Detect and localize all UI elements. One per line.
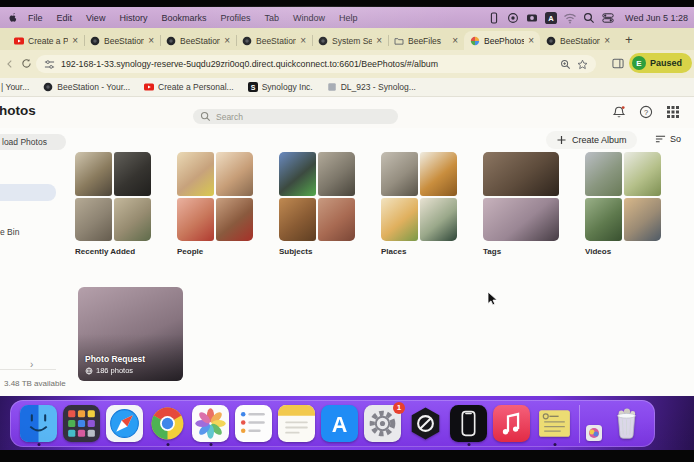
address-bar[interactable]: 192-168-1-33.synology-reserve-5uqdu29zri… — [36, 55, 596, 73]
tab-label: Create a P — [28, 36, 68, 46]
dock-settings[interactable]: 1 — [364, 405, 401, 442]
menu-item-help[interactable]: Help — [332, 13, 365, 23]
browser-tab-beestation[interactable]: BeeStation× — [84, 31, 160, 50]
browser-tab-beestation[interactable]: BeeStation× — [236, 31, 312, 50]
bookmark-n-your-[interactable]: n | Your... — [0, 82, 29, 92]
album-photo-tile — [279, 152, 316, 196]
dock-chrome[interactable] — [149, 405, 186, 442]
menu-item-bookmarks[interactable]: Bookmarks — [154, 13, 213, 23]
sidebar-collapse-icon[interactable]: › — [30, 359, 33, 370]
screen: FileEditViewHistoryBookmarksProfilesTabW… — [0, 0, 694, 462]
album-subjects[interactable]: Subjects — [279, 152, 355, 256]
album-photo-tile — [75, 152, 112, 196]
tab-close-icon[interactable]: × — [376, 36, 382, 46]
tab-close-icon[interactable]: × — [300, 36, 306, 46]
url-text: 192-168-1-33.synology-reserve-5uqdu29zri… — [61, 59, 554, 69]
dock-reminders[interactable] — [235, 405, 272, 442]
tab-close-icon[interactable]: × — [148, 36, 154, 46]
menu-item-view[interactable]: View — [79, 13, 112, 23]
dock-music[interactable] — [493, 405, 530, 442]
browser-tab-create-a-p[interactable]: Create a P× — [8, 31, 84, 50]
tab-close-icon[interactable]: × — [604, 36, 610, 46]
spotlight-icon[interactable] — [582, 12, 596, 24]
browser-tab-beefiles[interactable]: BeeFiles× — [388, 31, 464, 50]
menu-item-history[interactable]: History — [112, 13, 154, 23]
apps-grid-icon[interactable] — [666, 105, 680, 119]
sort-button[interactable]: So — [655, 134, 681, 144]
upload-photos-button[interactable]: load Photos — [0, 134, 66, 150]
album-label: Subjects — [279, 247, 355, 256]
notifications-bell-icon[interactable] — [612, 105, 626, 119]
photo-request-text: Photo Request 186 photos — [85, 354, 145, 375]
dock-iphone-mirroring[interactable] — [450, 405, 487, 442]
browser-tab-beephotos[interactable]: BeePhotos× — [464, 31, 540, 50]
album-people[interactable]: People — [177, 152, 253, 256]
browser-tab-beestation[interactable]: BeeStation× — [540, 31, 616, 50]
tab-close-icon[interactable]: × — [452, 36, 458, 46]
album-tags[interactable]: Tags — [483, 152, 559, 256]
profile-paused-button[interactable]: E Paused — [629, 53, 692, 73]
album-photo-tile — [216, 198, 253, 242]
tab-close-icon[interactable]: × — [72, 36, 78, 46]
beestation-icon — [43, 82, 53, 92]
dock-launchpad[interactable] — [63, 405, 100, 442]
menu-item-edit[interactable]: Edit — [50, 13, 80, 23]
dock-minimized-window[interactable] — [586, 425, 602, 441]
dock-safari[interactable] — [106, 405, 143, 442]
apple-menu-icon[interactable] — [7, 12, 18, 23]
a-badge-icon[interactable]: A — [544, 12, 558, 24]
bookmark-create-a-personal-[interactable]: Create a Personal... — [144, 82, 234, 92]
dock-notes[interactable] — [278, 405, 315, 442]
album-photo-tile — [624, 198, 661, 242]
album-label: People — [177, 247, 253, 256]
search-icon — [200, 111, 211, 122]
browser-tab-system-se[interactable]: System Se× — [312, 31, 388, 50]
camera-icon[interactable] — [525, 12, 539, 24]
album-photo-tile — [381, 198, 418, 242]
new-tab-button[interactable]: + — [616, 32, 642, 50]
menu-bar-clock[interactable]: Wed Jun 5 1:28 — [620, 13, 688, 23]
search-placeholder: Search — [216, 112, 243, 122]
sidebar-selected-item[interactable] — [0, 184, 56, 201]
album-photo-tile — [420, 152, 457, 196]
wifi-icon[interactable] — [563, 12, 577, 24]
help-icon[interactable]: ? — [639, 105, 653, 119]
bookmark-beestation-your-[interactable]: BeeStation - Your... — [43, 82, 130, 92]
menu-item-profiles[interactable]: Profiles — [213, 13, 257, 23]
site-settings-icon[interactable] — [44, 59, 55, 70]
browser-tab-beestation[interactable]: BeeStation× — [160, 31, 236, 50]
menu-bar-status: A Wed Jun 5 1:28 — [487, 12, 688, 24]
dock-stickies[interactable] — [536, 405, 573, 442]
bookmark-dl-923-synolog-[interactable]: DL_923 - Synolog... — [327, 82, 416, 92]
refresh-icon[interactable] — [21, 58, 32, 69]
create-album-button[interactable]: Create Album — [546, 131, 637, 149]
main-content: load Photos Create Album So Recently Add… — [0, 128, 694, 396]
control-center-icon[interactable] — [601, 12, 615, 24]
back-icon[interactable] — [5, 59, 15, 69]
dock-pen-hexagon[interactable] — [407, 405, 444, 442]
dock-trash[interactable] — [608, 405, 645, 442]
tab-close-icon[interactable]: × — [224, 36, 230, 46]
plus-icon — [556, 135, 567, 145]
album-photo-request[interactable]: Photo Request 186 photos — [78, 287, 183, 381]
album-places[interactable]: Places — [381, 152, 457, 256]
dock-photos[interactable] — [192, 405, 229, 442]
bookmark-synology-inc-[interactable]: SSynology Inc. — [248, 82, 313, 92]
side-panel-icon[interactable] — [612, 58, 624, 69]
bookmark-star-icon[interactable] — [577, 59, 588, 70]
album-recently-added[interactable]: Recently Added — [75, 152, 151, 256]
dock-app-store[interactable]: A — [321, 405, 358, 442]
sidebar-recycle-bin[interactable]: e Bin — [0, 227, 19, 237]
menu-item-window[interactable]: Window — [286, 13, 332, 23]
screen-record-icon[interactable] — [506, 12, 520, 24]
menu-item-file[interactable]: File — [21, 13, 50, 23]
zoom-icon[interactable] — [560, 59, 571, 70]
album-videos[interactable]: Videos — [585, 152, 661, 256]
iphone-mirroring-icon[interactable] — [487, 12, 501, 24]
menu-item-tab[interactable]: Tab — [257, 13, 286, 23]
beephotos-header: hotos Search ? — [0, 97, 694, 128]
dock-finder[interactable] — [20, 405, 57, 442]
search-input[interactable]: Search — [193, 109, 398, 124]
tab-close-icon[interactable]: × — [528, 36, 534, 46]
photo-request-count: 186 photos — [96, 366, 133, 375]
